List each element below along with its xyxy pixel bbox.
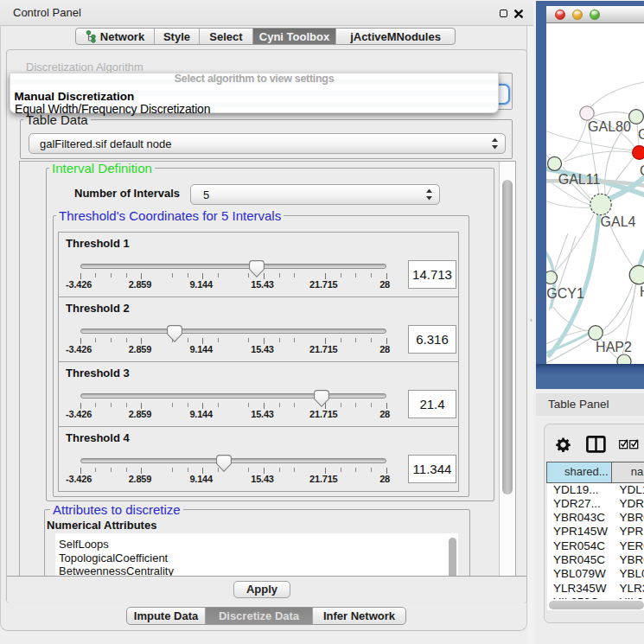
svg-text:GAL4: GAL4 [601, 214, 636, 229]
svg-text:C: C [640, 163, 644, 178]
svg-text:GCY1: GCY1 [546, 286, 584, 301]
svg-text:H: H [640, 284, 644, 299]
svg-text:HAP2: HAP2 [596, 340, 632, 354]
svg-text:GAL80: GAL80 [588, 119, 631, 134]
svg-text:GAL11: GAL11 [558, 172, 601, 187]
svg-text:GAL: GAL [638, 127, 644, 142]
